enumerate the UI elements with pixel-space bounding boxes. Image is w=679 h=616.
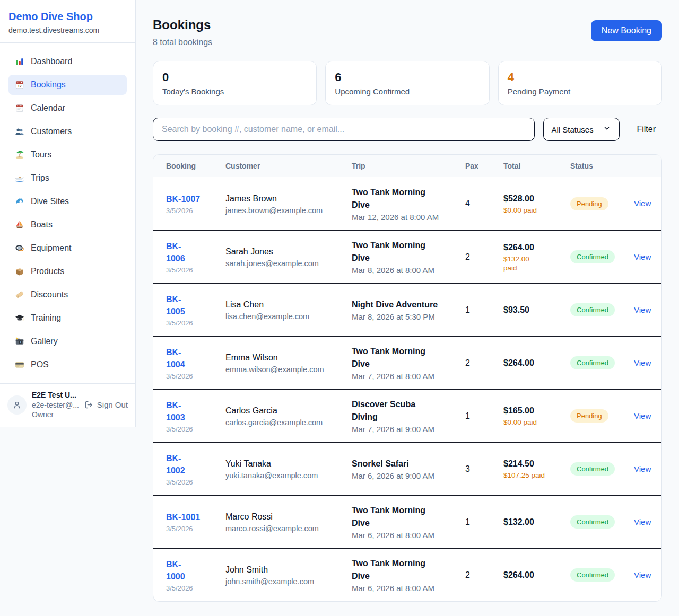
package-icon (15, 267, 24, 276)
view-link[interactable]: View (634, 252, 651, 261)
sidebar-item-discounts[interactable]: Discounts (8, 285, 127, 305)
sidebar-item-dashboard[interactable]: Dashboard (8, 51, 127, 72)
status-badge: Confirmed (570, 303, 615, 316)
customer-email: emma.wilson@example.com (225, 365, 344, 374)
stats-row: 0Today's Bookings6Upcoming Confirmed4Pen… (153, 61, 662, 105)
sidebar-item-customers[interactable]: Customers (8, 121, 127, 142)
booking-link[interactable]: BK-1007 (166, 193, 200, 205)
trip-name: Snorkel Safari (352, 457, 458, 470)
view-link[interactable]: View (634, 305, 651, 314)
booking-link[interactable]: BK- 1002 (166, 452, 185, 477)
trip-datetime: Mar 7, 2026 at 9:00 AM (352, 425, 458, 434)
sidebar-item-label: Calendar (31, 102, 65, 114)
wave-icon (15, 197, 24, 206)
view-link[interactable]: View (634, 411, 651, 420)
trip-datetime: Mar 8, 2026 at 5:30 PM (352, 312, 458, 321)
graduation-cap-icon (15, 313, 24, 323)
customer-email: yuki.tanaka@example.com (225, 471, 344, 480)
customer-email: james.brown@example.com (225, 206, 344, 215)
user-role: Owner (32, 410, 79, 419)
sidebar-item-equipment[interactable]: Equipment (8, 238, 127, 258)
pax-count: 2 (465, 358, 503, 368)
sidebar-item-tours[interactable]: Tours (8, 145, 127, 165)
total-amount: $264.00 (503, 569, 563, 580)
table-row: BK-1001 3/5/2026 Marco Rossi marco.rossi… (153, 495, 661, 548)
sidebar-item-gallery[interactable]: Gallery (8, 331, 127, 351)
tear-calendar-icon (15, 103, 24, 113)
booking-link[interactable]: BK- 1004 (166, 346, 185, 371)
customer-email: lisa.chen@example.com (225, 312, 344, 321)
view-link[interactable]: View (634, 358, 651, 367)
chevron-down-icon (603, 125, 613, 134)
booking-link[interactable]: BK-1001 (166, 511, 200, 523)
stat-label: Upcoming Confirmed (335, 87, 480, 96)
pax-count: 2 (465, 252, 503, 262)
view-link[interactable]: View (634, 570, 651, 579)
shop-domain: demo.test.divestreams.com (8, 25, 127, 35)
booking-date: 3/5/2026 (166, 319, 218, 327)
booking-link[interactable]: BK- 1003 (166, 399, 185, 424)
sidebar-item-label: Equipment (31, 242, 72, 254)
sidebar-item-boats[interactable]: Boats (8, 215, 127, 235)
booking-date: 3/5/2026 (166, 478, 218, 486)
status-badge: Confirmed (570, 356, 615, 369)
sidebar-item-label: Bookings (31, 79, 66, 91)
sidebar-nav: Dashboard17BookingsCalendarCustomersTour… (0, 43, 135, 383)
paid-amount: $0.00 paid (503, 206, 563, 215)
trip-name: Two Tank Morning Dive (352, 504, 458, 530)
sidebar-item-dive-sites[interactable]: Dive Sites (8, 191, 127, 212)
sidebar-item-label: Discounts (31, 289, 68, 301)
stat-card-today-s-bookings: 0Today's Bookings (153, 61, 317, 105)
customer-name: Lisa Chen (225, 299, 344, 311)
filter-button[interactable]: Filter (637, 125, 656, 134)
main-content: Bookings 8 total bookings New Booking 0T… (136, 0, 679, 616)
sidebar-item-label: Gallery (31, 336, 58, 347)
tag-icon (15, 290, 24, 300)
sidebar-item-label: Training (31, 312, 61, 324)
table-row: BK- 1004 3/5/2026 Emma Wilson emma.wilso… (153, 336, 661, 389)
customer-email: carlos.garcia@example.com (225, 418, 344, 427)
booking-link[interactable]: BK- 1005 (166, 293, 185, 318)
paid-amount: $0.00 paid (503, 418, 563, 427)
view-link[interactable]: View (634, 517, 651, 526)
sidebar-item-training[interactable]: Training (8, 308, 127, 328)
page-subtitle: 8 total bookings (153, 38, 212, 47)
status-badge: Confirmed (570, 250, 615, 263)
total-amount: $93.50 (503, 304, 563, 315)
new-booking-button[interactable]: New Booking (591, 20, 662, 41)
user-name: E2E Test U... (32, 390, 79, 400)
bookings-table: Booking Customer Trip Pax Total Status B… (153, 154, 662, 602)
booking-date: 3/5/2026 (166, 372, 218, 380)
trip-datetime: Mar 12, 2026 at 8:00 AM (352, 213, 458, 222)
sidebar-item-products[interactable]: Products (8, 261, 127, 281)
total-amount: $528.00 (503, 193, 563, 204)
table-row: BK- 1005 3/5/2026 Lisa Chen lisa.chen@ex… (153, 283, 661, 336)
sidebar-item-label: Dive Sites (31, 196, 69, 207)
speedboat-icon (15, 173, 24, 183)
booking-link[interactable]: BK- 1000 (166, 558, 185, 583)
customer-name: John Smith (225, 564, 344, 576)
sidebar-item-bookings[interactable]: 17Bookings (8, 75, 127, 95)
view-link[interactable]: View (634, 464, 651, 473)
svg-text:17: 17 (18, 84, 22, 88)
view-link[interactable]: View (634, 199, 651, 208)
search-input[interactable] (153, 118, 535, 141)
avatar (7, 395, 27, 415)
person-icon (12, 400, 22, 410)
pax-count: 1 (465, 305, 503, 315)
table-row: BK- 1002 3/5/2026 Yuki Tanaka yuki.tanak… (153, 442, 661, 495)
booking-link[interactable]: BK- 1006 (166, 240, 185, 265)
sidebar-item-trips[interactable]: Trips (8, 168, 127, 188)
trip-name: Two Tank Morning Dive (352, 345, 458, 371)
status-select[interactable]: All Statuses (543, 118, 620, 141)
booking-date: 3/5/2026 (166, 525, 218, 533)
stat-value: 6 (335, 71, 480, 84)
pax-count: 2 (465, 570, 503, 580)
status-badge: Pending (570, 409, 608, 423)
sign-out-button[interactable]: Sign Out (84, 400, 128, 410)
sidebar-item-pos[interactable]: POS (8, 355, 127, 375)
stat-card-pending-payment: 4Pending Payment (498, 61, 662, 105)
total-amount: $132.00 (503, 516, 563, 527)
sidebar-item-calendar[interactable]: Calendar (8, 98, 127, 118)
pax-count: 4 (465, 199, 503, 208)
